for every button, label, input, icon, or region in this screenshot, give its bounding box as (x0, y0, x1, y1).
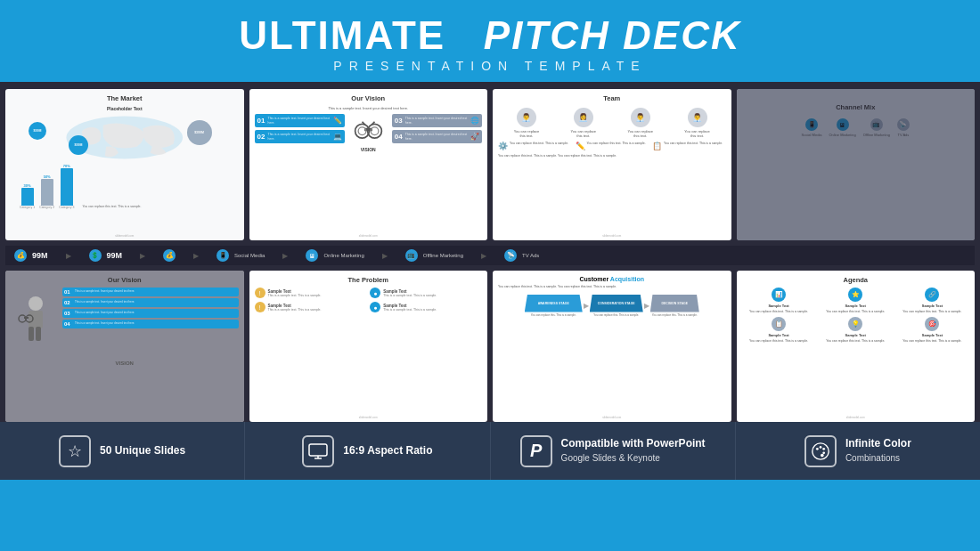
bar-group-1: 30% Category 1 (20, 183, 35, 209)
agenda-grid: 📊 Sample Text You can replace this text.… (742, 288, 970, 343)
map-area: $99M $99M $399M (11, 113, 239, 162)
strip-item-2: 💲 99M (89, 249, 123, 262)
slide-team[interactable]: Team 👨‍💼 You can replace this text. 👩‍💼 … (493, 89, 731, 240)
team-member-2: 👩‍💼 You can replace this text. (568, 108, 599, 138)
strip-arrow-2: ▶ (140, 252, 145, 260)
slide-problem[interactable]: The Problem ! Sample Text This is a samp… (249, 271, 488, 422)
strip-item-online: 🖥 Online Marketing (306, 249, 363, 262)
placeholder-text: Placeholder Text (11, 106, 239, 111)
slide-acquisition[interactable]: Customer Acquisition You can replace thi… (493, 271, 731, 422)
strip-arrow-3: ▶ (193, 252, 199, 260)
strip-item-social: 📱 Social Media (216, 249, 265, 262)
funnel-stage-3: DECISION STAGE You can replace this. Thi… (650, 295, 699, 317)
feature-compatible: P Compatible with PowerPoint Google Slid… (491, 422, 736, 480)
feature-compatible-text: Compatible with PowerPoint Google Slides… (561, 437, 706, 465)
figure-svg (13, 288, 58, 359)
slide-agenda-title: Agenda (742, 276, 970, 284)
strip-arrow-6: ▶ (481, 252, 486, 260)
slide-placeholder-4[interactable]: Channel Mix 📱 Social Media 🖥 Online Mark… (737, 89, 976, 240)
watermark-6: slidemodel.com (359, 416, 378, 419)
team-avatars: 👨‍💼 You can replace this text. 👩‍💼 You c… (498, 108, 726, 138)
agenda-item-5: 💡 Sample Text You can replace this text.… (819, 317, 893, 344)
problem-item-1: ! Sample Text This is a sample text. Thi… (255, 288, 367, 298)
powerpoint-icon: P (520, 435, 552, 467)
header: ULTIMATE PITCH DECK PRESENTATION TEMPLAT… (0, 0, 980, 82)
title-part1: ULTIMATE (239, 13, 445, 57)
feature-colors: Infinite Color Combinations (736, 422, 980, 480)
subtitle: PRESENTATION TEMPLATE (0, 59, 980, 73)
acquisition-title-accent: Acquisition (608, 276, 644, 282)
svg-point-16 (813, 442, 829, 458)
title-part2: PITCH DECK (484, 13, 741, 57)
monitor-svg (308, 443, 328, 459)
strip-item-tv: 📡 TV Ads (504, 249, 539, 262)
bubble-3: $399M (187, 120, 212, 145)
svg-point-6 (29, 296, 43, 311)
vision2-card-02: 02 This is a sample text. Insert your de… (62, 298, 239, 307)
acquisition-title: Customer Acquisition (498, 276, 726, 282)
slides-row-2: Our Vision (5, 271, 975, 422)
palette-icon (804, 435, 837, 467)
team-bottom-text: You can replace this text. This is a sam… (498, 154, 726, 158)
vision-card-02: 02 This is a sample text. Insert your de… (255, 130, 345, 143)
slides-wrapper: The Market Placeholder Text (0, 82, 980, 422)
funnel: AWARENESS STAGE You can replace this. Th… (498, 295, 726, 317)
watermark-2: slidemodel.com (359, 234, 378, 238)
svg-rect-7 (29, 311, 43, 328)
team-feat-2: ✏️ You can replace this text. This is a … (576, 142, 649, 150)
problem-item-4: ● Sample Text This is a sample text. Thi… (370, 302, 482, 312)
agenda-item-6: 🎯 Sample Text You can replace this text.… (895, 317, 969, 344)
bar-group-3: 70% Category 3 (59, 164, 74, 209)
main-title: ULTIMATE PITCH DECK (0, 16, 980, 55)
vision2-card-01: 01 This is a sample text. Insert your de… (62, 288, 239, 296)
watermark-8: slidemodel.com (846, 416, 865, 419)
vision-label: VISION (361, 147, 376, 152)
bar-1 (21, 188, 34, 206)
channel-items: 📱 Social Media 🖥 Online Marketing 📺 Offl… (742, 118, 970, 137)
slide-market[interactable]: The Market Placeholder Text (5, 89, 244, 240)
slide-vision[interactable]: Our Vision This is a sample text. Insert… (249, 89, 488, 240)
team-feat-1: ⚙️ You can replace this text. This is a … (498, 142, 572, 150)
vision-center: VISION (348, 114, 388, 152)
acquisition-desc: You can replace this text. This is a sam… (498, 285, 726, 289)
svg-point-17 (816, 447, 819, 450)
strip-arrow-4: ▶ (282, 252, 288, 260)
vision2-illustration (11, 288, 60, 359)
svg-point-18 (820, 446, 822, 449)
problem-items: ! Sample Text This is a sample text. Thi… (255, 288, 483, 312)
vision2-label: VISION (11, 361, 239, 366)
slide-agenda[interactable]: Agenda 📊 Sample Text You can replace thi… (737, 271, 976, 422)
feature-slides-text: 50 Unique Slides (100, 444, 185, 458)
bar-2 (41, 179, 53, 206)
vision-right-cards: 03 This is a sample text. Insert your de… (392, 114, 482, 152)
feature-slides: ☆ 50 Unique Slides (0, 422, 245, 480)
strip-item-offline: 📺 Offline Marketing (405, 249, 463, 262)
vision-left-cards: 01 This is a sample text. Insert your de… (255, 114, 345, 152)
team-member-3: 👨‍💼 You can replace this text. (625, 108, 656, 138)
team-member-4: 👨‍💼 You can replace this text. (682, 108, 713, 138)
slide-vision-2[interactable]: Our Vision (5, 271, 244, 422)
slide-market-title: The Market (11, 94, 239, 102)
svg-rect-8 (29, 327, 34, 341)
strip-arrow-5: ▶ (382, 252, 388, 260)
funnel-arrow-1: ▶ (584, 302, 589, 310)
svg-rect-9 (36, 327, 41, 341)
binoculars-icon (353, 114, 384, 145)
team-member-1: 👨‍💼 You can replace this text. (510, 108, 542, 138)
funnel-arrow-2: ▶ (644, 302, 649, 310)
bar-chart: 30% Category 1 50% Category 2 70% Catego… (11, 164, 239, 209)
bubble-2: $99M (69, 135, 88, 155)
strip-item-1: 💰 99M (14, 249, 48, 262)
acquisition-title-normal: Customer (580, 276, 609, 282)
slide-problem-title: The Problem (255, 276, 483, 284)
team-features: ⚙️ You can replace this text. This is a … (498, 142, 726, 150)
problem-item-3: ! Sample Text This is a sample text. Thi… (255, 302, 367, 312)
svg-point-19 (822, 447, 825, 450)
watermark-7: slidemodel.com (602, 416, 621, 419)
watermark-3: slidemodel.com (602, 234, 621, 238)
problem-item-2: ● Sample Text This is a sample text. Thi… (370, 288, 482, 298)
svg-rect-13 (309, 444, 327, 456)
vision2-card-03: 03 This is a sample text. Insert your de… (62, 309, 239, 318)
feature-ratio: 16:9 Aspect Ratio (245, 422, 490, 480)
svg-point-21 (821, 453, 824, 457)
